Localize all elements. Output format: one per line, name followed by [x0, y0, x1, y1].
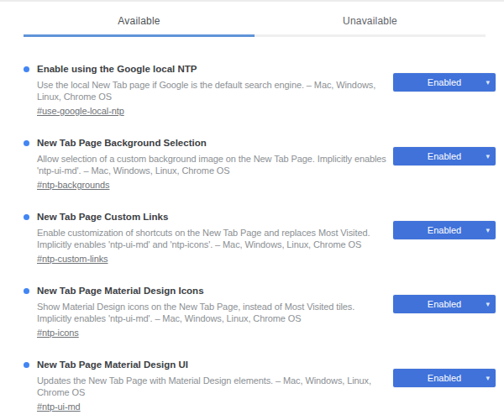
flag-status-value: Enabled [428, 77, 461, 87]
flag-row: New Tab Page Material Design Icons Show … [24, 284, 496, 339]
flag-title: New Tab Page Material Design Icons [37, 284, 388, 297]
flag-body: New Tab Page Material Design Icons Show … [37, 284, 388, 339]
flag-permalink[interactable]: #ntp-custom-links [37, 253, 108, 265]
flag-title: New Tab Page Custom Links [37, 210, 388, 223]
flag-row: New Tab Page Material Design UI Updates … [24, 358, 496, 413]
flag-description: Show Material Design icons on the New Ta… [37, 301, 388, 324]
flag-row: Enable using the Google local NTP Use th… [24, 62, 496, 118]
flag-status-value: Enabled [428, 299, 461, 309]
flag-status-dropdown[interactable]: Enabled ▾ [393, 73, 496, 92]
flag-status-dropdown[interactable]: Enabled ▾ [393, 221, 496, 239]
dropdown-caret-icon: ▾ [486, 73, 490, 92]
flag-row: New Tab Page Background Selection Allow … [24, 136, 496, 192]
tab-bar: Available Unavailable [24, 2, 486, 37]
flag-bullet-icon [24, 288, 29, 294]
tab-available-label: Available [118, 15, 160, 27]
flags-page: Available Unavailable Enable using the G… [0, 0, 504, 420]
flag-permalink[interactable]: #ntp-ui-md [37, 401, 81, 413]
flag-permalink[interactable]: #use-google-local-ntp [37, 105, 124, 118]
flag-body: Enable using the Google local NTP Use th… [37, 62, 388, 118]
flag-body: New Tab Page Custom Links Enable customi… [37, 210, 388, 265]
flag-description: Updates the New Tab Page with Material D… [37, 375, 388, 398]
flag-bullet-icon [24, 214, 29, 220]
flag-bullet-icon [24, 140, 29, 146]
flag-status-dropdown[interactable]: Enabled ▾ [393, 369, 496, 387]
tab-unavailable-label: Unavailable [343, 15, 397, 27]
flag-body: New Tab Page Material Design UI Updates … [37, 358, 388, 413]
flag-status-value: Enabled [428, 225, 461, 235]
tab-unavailable[interactable]: Unavailable [255, 7, 486, 37]
dropdown-caret-icon: ▾ [486, 221, 490, 239]
dropdown-caret-icon: ▾ [486, 147, 490, 165]
flag-row: New Tab Page Custom Links Enable customi… [24, 210, 496, 265]
flag-bullet-icon [24, 362, 29, 368]
flag-title: New Tab Page Material Design UI [37, 358, 388, 371]
flag-description: Use the local New Tab page if Google is … [37, 79, 388, 102]
flag-status-value: Enabled [428, 373, 461, 383]
flag-permalink[interactable]: #ntp-backgrounds [37, 179, 109, 192]
dropdown-caret-icon: ▾ [486, 295, 490, 313]
dropdown-caret-icon: ▾ [486, 369, 490, 387]
flag-title: Enable using the Google local NTP [37, 62, 388, 76]
flags-list: Enable using the Google local NTP Use th… [0, 37, 504, 413]
flag-status-dropdown[interactable]: Enabled ▾ [393, 147, 496, 165]
flag-status-value: Enabled [428, 151, 461, 161]
flag-title: New Tab Page Background Selection [37, 136, 388, 150]
flag-description: Enable customization of shortcuts on the… [37, 227, 388, 250]
flag-status-dropdown[interactable]: Enabled ▾ [393, 295, 496, 313]
flag-bullet-icon [24, 66, 29, 72]
flag-description: Allow selection of a custom background i… [37, 153, 388, 176]
tab-available[interactable]: Available [24, 7, 255, 37]
flag-permalink[interactable]: #ntp-icons [37, 327, 79, 339]
flag-body: New Tab Page Background Selection Allow … [37, 136, 388, 192]
